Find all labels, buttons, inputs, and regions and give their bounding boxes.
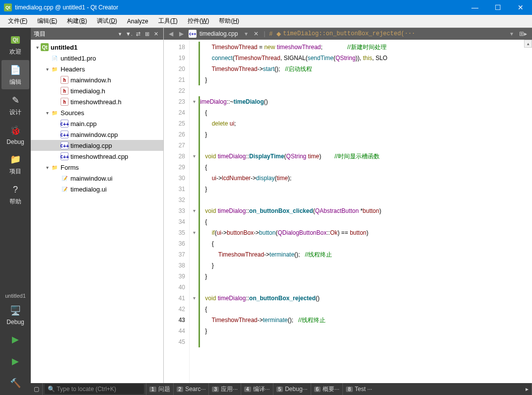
menu-工具[interactable]: 工具(T) <box>153 15 183 27</box>
symbol-crumb[interactable]: timeDialog::on_buttonBox_rejected(··· <box>283 30 507 37</box>
menu-Analyze[interactable]: Analyze <box>122 16 153 26</box>
dropdown-icon[interactable]: ▾ <box>116 31 125 37</box>
tree-item[interactable]: ▾📁Sources <box>31 107 163 118</box>
editor-tabbar: ◀ ▶ c++ timedialog.cpp ▾ ✕ | # ◆ timeDia… <box>164 28 532 40</box>
scroll-up-icon[interactable]: ▴ <box>524 40 532 48</box>
crumb-dropdown-icon[interactable]: ▾ <box>507 30 516 37</box>
tree-item[interactable]: htimeshowthread.h <box>31 96 163 107</box>
open-file-tab[interactable]: timedialog.cpp <box>199 30 242 37</box>
nav-fwd-icon[interactable]: ▶ <box>176 30 187 37</box>
tree-item[interactable]: ▾Qtuntitled1 <box>31 42 163 53</box>
mode-sidebar: Qt欢迎📄编辑✎设计🐞Debug📁项目?帮助 untitled1 🖥️Debug… <box>0 28 31 395</box>
mode-帮助[interactable]: ?帮助 <box>1 180 29 209</box>
run-button[interactable]: ▶ <box>1 329 29 350</box>
tab-dropdown-icon[interactable]: ▾ <box>242 30 251 37</box>
change-marker <box>199 42 200 85</box>
menu-bar: 文件(F)编辑(E)构建(B)调试(D)Analyze工具(T)控件(W)帮助(… <box>0 15 532 28</box>
file-type-icon: c++ <box>189 30 197 38</box>
status-bar: ▢ 🔍 Type to locate (Ctrl+K) 1问题2Searc···… <box>31 383 532 395</box>
filter-icon[interactable]: ▼. <box>125 31 133 37</box>
tree-item[interactable]: htimedialog.h <box>31 85 163 96</box>
mode-设计[interactable]: ✎设计 <box>1 90 29 120</box>
debug-run-button[interactable]: ▶ <box>1 351 29 372</box>
tree-item[interactable]: ▾📁Headers <box>31 64 163 74</box>
symbol-icon: # <box>267 30 275 37</box>
title-bar: Qt timedialog.cpp @ untitled1 - Qt Creat… <box>0 0 532 15</box>
nav-back-icon[interactable]: ◀ <box>166 30 176 37</box>
code-area[interactable]: TimeshowThread = new timeshowThread; //新… <box>199 40 532 383</box>
toggle-sidebar-icon[interactable]: ▢ <box>31 383 43 395</box>
mode-项目[interactable]: 📁项目 <box>1 149 29 179</box>
run-target[interactable]: 🖥️Debug <box>1 301 29 329</box>
menu-文件[interactable]: 文件(F) <box>3 15 32 27</box>
fold-column[interactable]: ▾▾▾▾▾ <box>190 40 199 383</box>
split-editor-icon[interactable]: ⊞▸ <box>516 30 530 37</box>
output-pane-2[interactable]: 2Searc··· <box>173 383 209 395</box>
search-icon: 🔍 <box>48 386 55 393</box>
output-menu-icon[interactable]: ▸ <box>523 383 532 395</box>
tree-item[interactable]: ▾📁Forms <box>31 162 163 173</box>
project-header: 项目 ▾ ▼. ⇄ ⊞ ✕ <box>31 28 163 40</box>
minimize-button[interactable]: — <box>464 0 486 15</box>
project-pane: 项目 ▾ ▼. ⇄ ⊞ ✕ ▾Qtuntitled1📄untitled1.pro… <box>31 28 164 383</box>
tab-close-icon[interactable]: ✕ <box>251 30 262 37</box>
tree-item[interactable]: c++main.cpp <box>31 118 163 129</box>
tree-item[interactable]: c++timedialog.cpp <box>31 140 163 151</box>
locator-input[interactable]: 🔍 Type to locate (Ctrl+K) <box>45 384 144 394</box>
build-button[interactable]: 🔨 <box>1 373 29 394</box>
tree-item[interactable]: 📄untitled1.pro <box>31 53 163 64</box>
tree-item[interactable]: 📝timedialog.ui <box>31 184 163 195</box>
mode-欢迎[interactable]: Qt欢迎 <box>1 30 29 59</box>
split-icon[interactable]: ⊞ <box>142 31 151 37</box>
output-pane-1[interactable]: 1问题 <box>146 383 173 395</box>
line-gutter: 1819202122232425262728293031323334353637… <box>164 40 190 383</box>
code-editor[interactable]: 1819202122232425262728293031323334353637… <box>164 40 532 383</box>
project-tree[interactable]: ▾Qtuntitled1📄untitled1.pro▾📁Headershmain… <box>31 40 163 383</box>
mode-编辑[interactable]: 📄编辑 <box>1 60 29 89</box>
sync-icon[interactable]: ⇄ <box>133 31 142 37</box>
kit-label[interactable]: untitled1 <box>3 291 28 301</box>
output-pane-8[interactable]: 8Test ··· <box>342 383 375 395</box>
tree-item[interactable]: c++timeshowthread.cpp <box>31 151 163 162</box>
window-title: timedialog.cpp @ untitled1 - Qt Creator <box>15 4 464 11</box>
tree-item[interactable]: c++mainwindow.cpp <box>31 129 163 140</box>
output-pane-6[interactable]: 6概要··· <box>311 383 343 395</box>
maximize-button[interactable]: ☐ <box>486 0 509 15</box>
output-pane-4[interactable]: 4编译··· <box>241 383 273 395</box>
tree-item[interactable]: 📝mainwindow.ui <box>31 173 163 184</box>
mode-Debug[interactable]: 🐞Debug <box>1 121 29 148</box>
close-button[interactable]: ✕ <box>509 0 532 15</box>
tree-item[interactable]: hmainwindow.h <box>31 74 163 85</box>
change-marker <box>199 96 200 347</box>
editor-pane: ◀ ▶ c++ timedialog.cpp ▾ ✕ | # ◆ timeDia… <box>164 28 532 383</box>
output-pane-5[interactable]: 5Debug··· <box>273 383 311 395</box>
menu-帮助[interactable]: 帮助(H) <box>214 15 244 27</box>
func-icon: ◆ <box>274 30 283 37</box>
menu-控件[interactable]: 控件(W) <box>183 15 214 27</box>
menu-调试[interactable]: 调试(D) <box>92 15 122 27</box>
close-pane-icon[interactable]: ✕ <box>151 31 160 37</box>
app-icon: Qt <box>4 3 12 11</box>
menu-构建[interactable]: 构建(B) <box>62 15 92 27</box>
menu-编辑[interactable]: 编辑(E) <box>32 15 62 27</box>
output-pane-3[interactable]: 3应用··· <box>208 383 241 395</box>
